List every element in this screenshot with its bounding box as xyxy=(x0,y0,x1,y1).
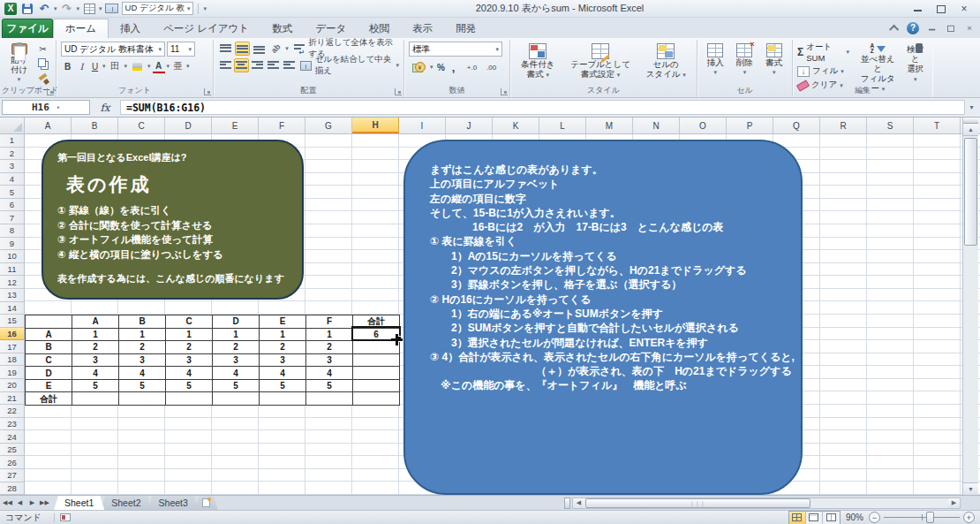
formula-input[interactable]: =SUM(B16:G16) xyxy=(120,100,965,115)
vertical-split-handle[interactable] xyxy=(963,118,978,124)
table-cell[interactable]: 5 xyxy=(306,379,353,392)
decrease-decimal-icon[interactable]: .00 xyxy=(483,60,501,74)
row-header-27[interactable]: 27 xyxy=(0,469,24,482)
column-header-O[interactable]: O xyxy=(680,118,727,133)
table-cell[interactable]: 2 xyxy=(166,341,213,354)
comma-icon[interactable]: , xyxy=(449,60,458,74)
table-cell[interactable]: 2 xyxy=(72,341,119,354)
table-row-label[interactable]: A xyxy=(26,328,72,341)
number-format-select[interactable]: 標準▾ xyxy=(409,42,502,57)
table-header-cell[interactable] xyxy=(26,315,72,329)
font-size-select[interactable]: 11▾ xyxy=(167,42,195,57)
table-cell[interactable] xyxy=(353,392,400,406)
table-row-label[interactable]: B xyxy=(26,341,72,354)
tab-表示[interactable]: 表示 xyxy=(401,19,444,38)
scroll-up-icon[interactable]: ▲ xyxy=(963,124,978,136)
row-header-7[interactable]: 7 xyxy=(0,211,24,224)
table-cell[interactable] xyxy=(213,392,260,406)
column-header-H[interactable]: H xyxy=(352,118,399,133)
table-cell[interactable] xyxy=(119,392,166,406)
table-header-cell[interactable]: B xyxy=(119,315,166,329)
table-cell[interactable]: 4 xyxy=(119,367,166,380)
table-cell[interactable] xyxy=(353,379,400,392)
redo-dropdown-icon[interactable]: ▾ xyxy=(77,5,80,12)
table-cell[interactable]: 2 xyxy=(119,341,166,354)
select-all-corner[interactable] xyxy=(0,118,25,134)
table-cell[interactable]: 3 xyxy=(260,353,306,367)
page-layout-view-icon[interactable] xyxy=(806,512,823,524)
column-header-J[interactable]: J xyxy=(446,118,493,133)
table-row-label[interactable]: 合計 xyxy=(26,392,72,406)
table-cell[interactable]: 2 xyxy=(306,341,353,354)
table-header-cell[interactable]: C xyxy=(166,315,213,329)
orientation-icon[interactable]: ab xyxy=(268,42,283,56)
tab-データ[interactable]: データ xyxy=(304,19,358,38)
tab-file[interactable]: ファイル xyxy=(2,19,53,38)
row-header-15[interactable]: 15 xyxy=(0,315,24,328)
column-header-C[interactable]: C xyxy=(118,118,165,133)
zoom-in-icon[interactable]: + xyxy=(963,512,975,523)
table-row-label[interactable]: D xyxy=(26,367,72,380)
column-header-B[interactable]: B xyxy=(72,118,118,133)
cut-icon[interactable]: ✂ xyxy=(34,42,51,56)
table-cell[interactable]: 1 xyxy=(213,328,260,341)
qat-font-box[interactable]: UD デジタル 教▾ xyxy=(122,2,194,15)
row-header-22[interactable]: 22 xyxy=(0,405,24,418)
italic-button[interactable]: I xyxy=(76,59,87,73)
workbook-minimize-button[interactable] xyxy=(928,25,937,32)
normal-view-icon[interactable] xyxy=(789,512,806,524)
column-header-D[interactable]: D xyxy=(165,118,212,133)
table-cell[interactable]: 1 xyxy=(166,328,213,341)
table-cell[interactable] xyxy=(260,392,306,406)
column-header-N[interactable]: N xyxy=(633,118,680,133)
clipboard-dialog-launcher[interactable] xyxy=(47,88,54,95)
table-cell[interactable] xyxy=(166,392,213,406)
insert-worksheet-tab[interactable] xyxy=(195,496,218,510)
table-cell[interactable]: 4 xyxy=(306,367,353,380)
row-header-11[interactable]: 11 xyxy=(0,263,24,277)
font-color-button[interactable]: A xyxy=(153,59,165,73)
excel-logo-icon[interactable]: X xyxy=(4,2,18,16)
column-header-G[interactable]: G xyxy=(305,118,352,133)
phonetic-button[interactable]: 亜 xyxy=(171,59,185,73)
row-header-6[interactable]: 6 xyxy=(0,199,24,212)
row-header-13[interactable]: 13 xyxy=(0,289,24,302)
copy-icon[interactable] xyxy=(34,57,51,71)
table-row-label[interactable]: C xyxy=(26,353,72,367)
undo-dropdown-icon[interactable]: ▾ xyxy=(54,5,57,12)
number-dialog-launcher[interactable] xyxy=(501,88,508,95)
increase-decimal-icon[interactable]: +.0 xyxy=(464,60,481,74)
zoom-track[interactable] xyxy=(884,512,960,523)
table-cell[interactable]: 5 xyxy=(166,379,213,392)
tab-split-handle[interactable] xyxy=(564,497,570,509)
table-cell[interactable]: 3 xyxy=(72,353,119,367)
increase-indent-icon[interactable] xyxy=(283,58,297,72)
sheet-tab-Sheet3[interactable]: Sheet3 xyxy=(148,496,199,510)
row-header-17[interactable]: 17 xyxy=(0,340,24,353)
insert-cells-button[interactable]: 挿入▾ xyxy=(705,42,726,86)
row-header-24[interactable]: 24 xyxy=(0,430,24,444)
align-center-icon[interactable] xyxy=(234,58,248,72)
row-header-2[interactable]: 2 xyxy=(0,148,24,161)
row-header-28[interactable]: 28 xyxy=(0,482,24,496)
scroll-down-icon[interactable]: ▼ xyxy=(963,482,978,495)
table-row-label[interactable]: E xyxy=(26,379,72,392)
row-header-5[interactable]: 5 xyxy=(0,186,24,199)
column-header-K[interactable]: K xyxy=(493,118,539,133)
table-cell[interactable]: 5 xyxy=(72,379,119,392)
scroll-left-icon[interactable]: ◀ xyxy=(573,498,584,508)
blue-note-shape[interactable]: まずはこんな感じの表があります。上の項目にアルファベット左の縦の項目に数字そして… xyxy=(403,140,803,495)
delete-cells-button[interactable]: × 削除▾ xyxy=(735,42,755,86)
minimize-button[interactable] xyxy=(913,4,923,13)
table-cell[interactable]: 4 xyxy=(213,367,260,380)
tab-校閲[interactable]: 校閲 xyxy=(358,19,401,38)
table-cell[interactable]: 3 xyxy=(119,353,166,367)
row-header-16[interactable]: 16 xyxy=(0,328,24,341)
row-header-26[interactable]: 26 xyxy=(0,456,24,469)
page-break-view-icon[interactable] xyxy=(823,512,840,524)
align-right-icon[interactable] xyxy=(251,58,265,72)
tab-数式[interactable]: 数式 xyxy=(260,19,304,38)
workbook-close-button[interactable]: × xyxy=(965,25,974,32)
table-cell[interactable]: 1 xyxy=(72,328,119,341)
table-header-cell[interactable]: A xyxy=(72,315,119,329)
